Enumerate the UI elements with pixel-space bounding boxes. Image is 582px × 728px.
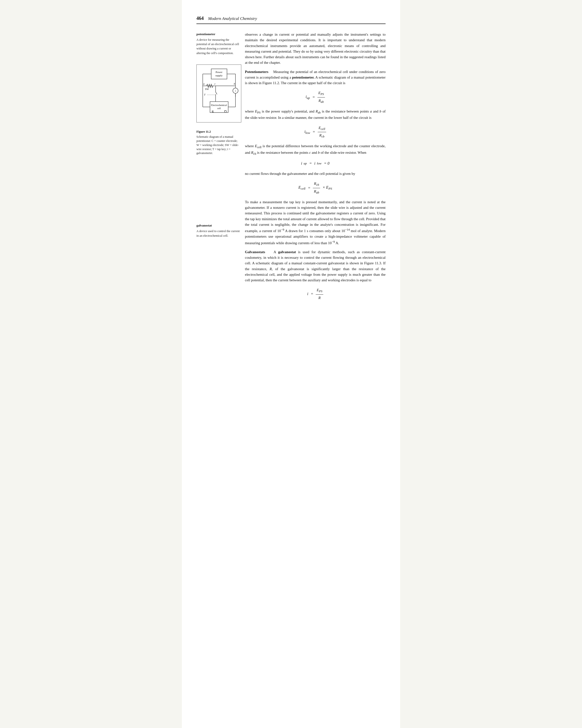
svg-point-26 (224, 110, 227, 112)
potentiometers-para2: where EPS is the power supply's potentia… (245, 109, 386, 121)
svg-text:b: b (234, 82, 235, 85)
potentiometers-para3: where Ecell is the potential difference … (245, 143, 386, 156)
galvanostats-body: A galvanostat is used for dynamic method… (245, 250, 386, 282)
potentiometer-bold: potentiometer. (292, 75, 314, 79)
content-layout: potentiometer A device for measuring the… (196, 32, 386, 305)
formula-3: iup = ilow = 0 (245, 160, 386, 166)
intro-paragraph: observes a change in current or potentia… (245, 32, 386, 66)
galvanostats-heading: Galvanostats (245, 250, 265, 254)
svg-line-13 (216, 92, 217, 94)
page-header: 464 Modern Analytical Chemistry (196, 15, 386, 24)
svg-text:T: T (204, 93, 206, 96)
potentiometer-term: potentiometer (196, 32, 241, 36)
figure-label: Figure 11.2 (196, 130, 241, 134)
figure-11-2-container: Power supply (196, 60, 241, 155)
potentiometer-def: A device for measuring the potential of … (196, 37, 241, 55)
potentiometers-para4: no current flows through the galvanomete… (245, 171, 386, 177)
svg-text:supply: supply (215, 74, 222, 77)
svg-text:SW: SW (205, 87, 209, 90)
svg-text:i: i (235, 89, 236, 92)
svg-text:cell: cell (217, 107, 221, 110)
formula-5: i = EPS R (245, 287, 386, 301)
circuit-diagram: Power supply (196, 64, 241, 123)
book-title: Modern Analytical Chemistry (208, 16, 257, 22)
galvanostat-def: A device used to control the current in … (196, 229, 241, 238)
potentiometers-para5: To make a measurement the tap key is pre… (245, 199, 386, 246)
formula-4: Ecell = Rcb Rab × EPS (245, 181, 386, 195)
sidebar: potentiometer A device for measuring the… (196, 32, 245, 305)
sidebar-galvanostat: galvanostat A device used to control the… (196, 223, 241, 238)
svg-text:c: c (214, 82, 216, 85)
galvanostat-bold: galvanostat (278, 250, 296, 254)
formula-2: ilow = Ecell Rcb (245, 125, 386, 139)
galvanostat-term: galvanostat (196, 223, 241, 228)
circuit-svg: Power supply (199, 68, 239, 120)
page-number: 464 (196, 15, 204, 22)
potentiometers-paragraph: Potentiometers Measuring the potential o… (245, 69, 386, 86)
svg-text:a: a (203, 82, 205, 85)
potentiometers-heading: Potentiometers (245, 70, 268, 74)
figure-caption: Schematic diagram of a manual potentiost… (196, 135, 241, 155)
formula-1: iup = EPS Rab (245, 90, 386, 104)
main-content: observes a change in current or potentia… (245, 32, 386, 305)
svg-text:Electrochemical: Electrochemical (211, 104, 227, 106)
galvanostats-paragraph: Galvanostats A galvanostat is used for d… (245, 249, 386, 283)
sidebar-potentiometer: potentiometer A device for measuring the… (196, 32, 241, 55)
svg-text:Power: Power (216, 71, 222, 74)
page: 464 Modern Analytical Chemistry potentio… (182, 0, 400, 728)
